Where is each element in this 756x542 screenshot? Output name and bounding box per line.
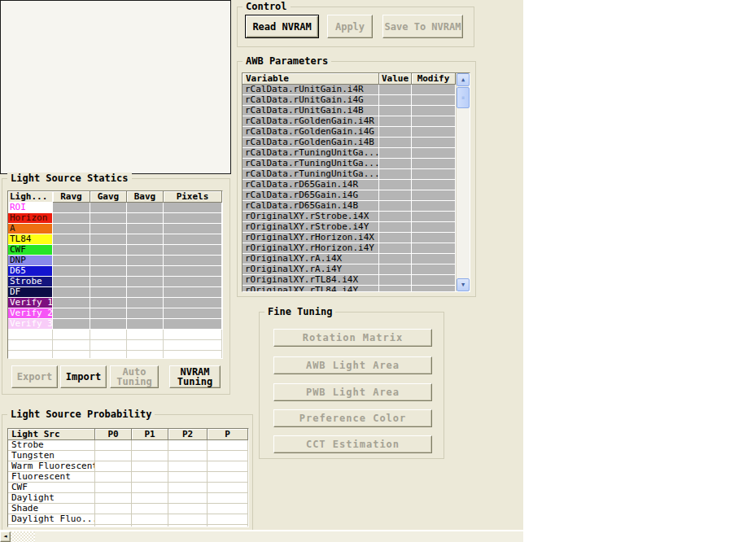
table-row[interactable]: rOriginalXY.rStrobe.i4Y [243,222,456,233]
pwb-light-area-button[interactable]: PWB Light Area [273,383,432,401]
table-row[interactable]: rCalData.rUnitGain.i4B [243,106,456,116]
light-source-swatch: Strobe [8,277,53,287]
statics-table-body: ROIHorizonATL84CWFDNPD65StrobeDFVerify 1… [8,203,222,359]
table-row[interactable]: A [8,224,222,234]
awb-parameters-group-title: AWB Parameters [243,55,331,67]
light-source-statics-table: Ligh... Ravg Gavg Bavg Pixels ROIHorizon… [7,190,223,359]
table-row[interactable]: Verify 3 [8,319,222,330]
table-row[interactable]: CWF [8,245,222,256]
light-source-swatch: CWF [8,245,53,256]
table-row[interactable]: Warm Fluorescent [8,461,248,472]
column-header-ravg[interactable]: Ravg [53,191,90,203]
table-row[interactable]: rCalData.rUnitGain.i4G [243,95,456,106]
table-row[interactable] [8,330,222,340]
table-row[interactable]: rOriginalXY.rTL84.i4Y [243,286,456,292]
table-row[interactable]: rOriginalXY.rStrobe.i4X [243,212,456,222]
table-row[interactable]: Fluorescent [8,472,248,483]
table-row[interactable]: rCalData.rD65Gain.i4R [243,180,456,190]
awb-light-area-button[interactable]: AWB Light Area [273,356,432,374]
table-row[interactable]: Verify 1 [8,298,222,308]
light-source-swatch: Verify 1 [8,298,53,308]
export-button[interactable]: Export [11,365,58,388]
table-row[interactable]: rOriginalXY.rA.i4Y [243,264,456,275]
column-header-p2[interactable]: P2 [168,429,208,440]
table-row[interactable]: rCalData.rGoldenGain.i4R [243,116,456,127]
scrollbar-thumb[interactable]: ≡ [457,87,470,108]
light-source-statics-group: Light Source Statics Ligh... Ravg Gavg B… [2,178,230,395]
scroll-up-icon[interactable]: ▲ [457,73,470,86]
table-row[interactable]: Shade [8,504,248,514]
read-nvram-button[interactable]: Read NVRAM [245,15,319,38]
scrollbar-track[interactable] [457,108,470,278]
table-row[interactable]: Daylight [8,493,248,504]
table-row[interactable]: rCalData.rD65Gain.i4G [243,190,456,201]
import-button[interactable]: Import [60,365,107,388]
column-header-modify[interactable]: Modify [412,73,456,85]
light-source-swatch: ROI [8,203,53,213]
awb-vertical-scrollbar[interactable]: ▲ ≡ ▼ [456,73,470,291]
awb-table-header[interactable]: Variable Value Modify [243,73,456,85]
preference-color-button[interactable]: Preference Color [273,409,432,427]
column-header-bavg[interactable]: Bavg [127,191,164,203]
horizontal-scrollbar[interactable]: ◄ [0,531,523,542]
table-row[interactable]: rCalData.rTuningUnitGa... [243,169,456,180]
statics-table-header[interactable]: Ligh... Ravg Gavg Bavg Pixels [8,191,222,203]
light-source-swatch: DF [8,287,53,298]
column-header-light[interactable]: Ligh... [8,191,53,203]
table-row[interactable]: rOriginalXY.rA.i4X [243,254,456,264]
save-to-nvram-button[interactable]: Save To NVRAM [382,15,463,38]
table-row[interactable]: rCalData.rGoldenGain.i4B [243,138,456,148]
awb-parameters-group: AWB Parameters Variable Value Modify rCa… [237,61,476,297]
table-row[interactable] [8,351,222,359]
light-source-swatch: Verify 2 [8,308,53,319]
table-row[interactable]: rCalData.rTuningUnitGa... [243,148,456,159]
table-row[interactable]: rCalData.rUnitGain.i4R [243,85,456,95]
table-row[interactable]: ROI [8,203,222,213]
control-group: Control Read NVRAM Apply Save To NVRAM [237,7,474,47]
table-row[interactable]: Strobe [8,277,222,287]
table-row[interactable]: rCalData.rGoldenGain.i4G [243,127,456,138]
column-header-pixels[interactable]: Pixels [164,191,222,203]
column-header-variable[interactable]: Variable [243,73,379,85]
table-row[interactable]: rOriginalXY.rHorizon.i4Y [243,243,456,254]
column-header-p0[interactable]: P0 [95,429,132,440]
light-source-swatch: TL84 [8,234,53,245]
table-row[interactable]: Tungsten [8,451,248,461]
cct-estimation-button[interactable]: CCT Estimation [273,435,432,453]
table-row[interactable]: rOriginalXY.rTL84.i4X [243,275,456,286]
horizontal-scrollbar-thumb[interactable] [11,531,35,542]
table-row[interactable]: DNP [8,256,222,266]
light-source-swatch: D65 [8,266,53,277]
light-source-probability-group: Light Source Probability Light Src P0 P1… [2,414,253,531]
table-row[interactable]: Verify 2 [8,308,222,319]
table-row[interactable]: DF [8,287,222,298]
auto-tuning-button[interactable]: Auto Tuning [110,365,159,388]
light-source-probability-group-title: Light Source Probability [7,409,155,420]
column-header-p[interactable]: P [208,429,248,440]
apply-button[interactable]: Apply [327,15,373,38]
column-header-gavg[interactable]: Gavg [90,191,127,203]
table-row[interactable]: rCalData.rD65Gain.i4B [243,201,456,212]
scroll-left-icon[interactable]: ◄ [0,531,11,542]
table-row[interactable] [8,525,248,527]
table-row[interactable]: Daylight Fluo... [8,514,248,525]
light-source-probability-table: Light Src P0 P1 P2 P StrobeTungstenWarm … [7,428,249,527]
awb-tuning-window: Control Read NVRAM Apply Save To NVRAM A… [0,0,523,542]
column-header-light-src[interactable]: Light Src [8,429,95,440]
rotation-matrix-button[interactable]: Rotation Matrix [273,329,432,347]
probability-table-header[interactable]: Light Src P0 P1 P2 P [8,429,248,440]
nvram-tuning-button[interactable]: NVRAM Tuning [169,365,221,388]
table-row[interactable]: rOriginalXY.rHorizon.i4X [243,233,456,243]
fine-tuning-group: Fine Tuning Rotation Matrix AWB Light Ar… [259,312,444,459]
light-source-swatch: Horizon [8,213,53,224]
table-row[interactable]: Horizon [8,213,222,224]
table-row[interactable]: Strobe [8,440,248,451]
table-row[interactable]: CWF [8,483,248,493]
table-row[interactable]: rCalData.rTuningUnitGa... [243,159,456,169]
table-row[interactable]: TL84 [8,234,222,245]
table-row[interactable] [8,340,222,351]
column-header-value[interactable]: Value [379,73,412,85]
scroll-down-icon[interactable]: ▼ [457,278,470,291]
table-row[interactable]: D65 [8,266,222,277]
column-header-p1[interactable]: P1 [132,429,168,440]
